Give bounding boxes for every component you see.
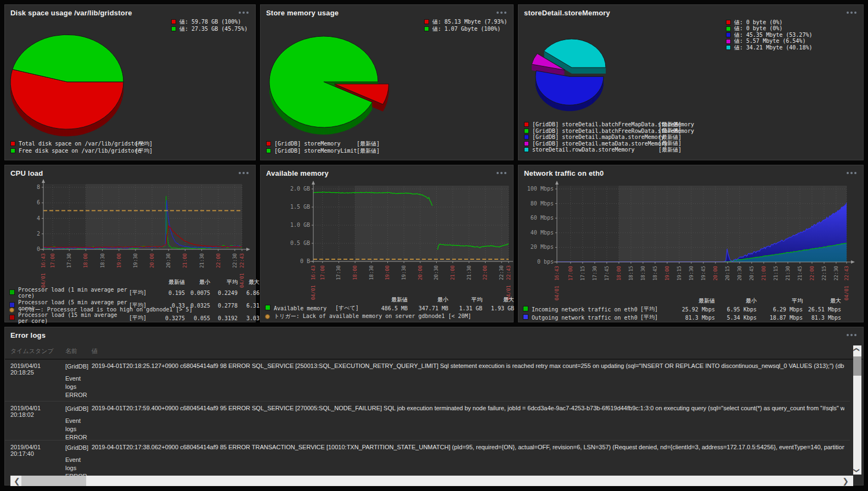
series-legend-function: [平均] bbox=[135, 147, 153, 155]
x-tick-label: 20:45 bbox=[749, 266, 754, 281]
stats-header: 最小 bbox=[408, 296, 448, 304]
x-tick-label: 20:30 bbox=[433, 265, 439, 280]
y-tick-label: 100 Mbps bbox=[527, 186, 554, 192]
x-tick-label: 17:15 bbox=[580, 266, 585, 281]
vertical-scrollbar[interactable]: ❮ ❯ bbox=[853, 345, 861, 475]
trigger-label: トリガー: Processor load is too high on gdbn… bbox=[18, 306, 193, 314]
series-legend-label: [GridDB] storeMemoryLimit bbox=[274, 148, 357, 154]
stats-header: 最大 bbox=[238, 278, 260, 286]
trigger-row: トリガー: Lack of available memory on server… bbox=[265, 313, 471, 320]
x-tick-label: 22:15 bbox=[821, 266, 827, 281]
log-value: 2019-04-01T20:17:38.062+0900 c68045414af… bbox=[92, 444, 844, 450]
stats-value: 1.93 GB bbox=[482, 305, 514, 311]
legend-color-swatch bbox=[10, 148, 15, 153]
x-tick-label: 22:00 bbox=[482, 265, 488, 280]
y-axis-arrow-icon bbox=[42, 179, 45, 183]
scroll-up-icon[interactable]: ❮ bbox=[854, 347, 860, 352]
legend-swatch-cell bbox=[9, 315, 18, 321]
log-timestamp: 2019/04/01 20:17:40 bbox=[10, 444, 65, 457]
x-tick-label: 18:30 bbox=[100, 253, 105, 268]
series-legend-row: [GridDB] storeDetail.batchFreeMapData.st… bbox=[524, 121, 681, 128]
stats-value: 486.5 MB bbox=[365, 305, 408, 311]
legend-color-swatch bbox=[9, 289, 15, 295]
y-tick-label: 60 Mbps bbox=[531, 215, 554, 221]
y-tick-label: 2 bbox=[37, 231, 40, 237]
stats-series-function: [平均] bbox=[640, 314, 667, 321]
legend-color-swatch bbox=[524, 129, 529, 133]
stats-header: 最新値 bbox=[153, 278, 185, 286]
legend-color-swatch bbox=[523, 314, 528, 320]
x-tick-label: 22:43 bbox=[239, 253, 245, 268]
stats-header: 最大 bbox=[803, 297, 841, 305]
vertical-scrollbar-thumb[interactable] bbox=[853, 356, 861, 376]
panel-store-memory-usage: Store memory usage 値: 85.13 Mbyte (7.93%… bbox=[260, 4, 514, 160]
legend-color-swatch bbox=[726, 32, 731, 37]
y-tick-label: 0 B bbox=[300, 258, 310, 264]
x-tick-label: 20:30 bbox=[166, 253, 171, 268]
y-axis-arrow-icon bbox=[312, 181, 315, 185]
y-tick-label: 2.0 GB bbox=[290, 186, 310, 192]
stats-value: 0.3275 bbox=[153, 315, 185, 321]
stats-series-label: Incoming network traffic on eth0 bbox=[532, 306, 640, 313]
series-legend-function: [最新値] bbox=[658, 146, 681, 154]
x-tick-label: 22:30 bbox=[499, 265, 504, 280]
x-tick-label: 21:45 bbox=[797, 266, 803, 281]
legend-color-swatch bbox=[9, 315, 15, 320]
x-tick-label: 22:30 bbox=[232, 253, 238, 268]
legend-color-swatch bbox=[726, 39, 731, 44]
x-tick-label: 19:00 bbox=[385, 265, 390, 280]
trigger-icon bbox=[9, 308, 14, 313]
stats-series-label: Processor load (1 min average per core) bbox=[18, 287, 129, 299]
x-tick-label: 19:30 bbox=[401, 265, 407, 280]
value-legend-text: 値: 27.35 GB (45.75%) bbox=[179, 25, 247, 33]
horizontal-scrollbar[interactable]: ❮ ❯ bbox=[10, 476, 853, 486]
value-legend-text: 値: 34.21 Mbyte (40.18%) bbox=[734, 44, 812, 52]
graph-stats-table: 最新値最小平均最大Incoming network traffic on eth… bbox=[523, 297, 841, 321]
scroll-down-icon[interactable]: ❯ bbox=[854, 468, 860, 473]
legend-color-swatch bbox=[424, 26, 429, 31]
row-separator bbox=[5, 440, 850, 440]
y-tick-label: 40 Mbps bbox=[531, 230, 554, 236]
log-value: 2019-04-01T20:17:59.400+0900 c68045414af… bbox=[92, 405, 844, 411]
stats-header: 最小 bbox=[715, 297, 757, 305]
y-tick-label: 6 bbox=[37, 199, 40, 205]
panel-error-logs: Error logs タイムスタンプ 名前 値 2019/04/01 20:18… bbox=[4, 327, 864, 486]
x-tick-label: 17:45 bbox=[604, 266, 610, 281]
pie-series-legend: [GridDB] storeMemory[最新値][GridDB] storeM… bbox=[266, 140, 380, 154]
panel-menu-ellipsis-icon[interactable] bbox=[847, 334, 856, 336]
x-tick-label: 16:43 bbox=[41, 253, 46, 268]
legend-color-swatch bbox=[524, 122, 529, 127]
graph-stats-table: 最新値最小平均最大Processor load (1 min average p… bbox=[9, 278, 260, 324]
series-legend-label: storeDetail.rowData.storeMemory bbox=[532, 147, 658, 153]
scroll-left-icon[interactable]: ❮ bbox=[14, 477, 20, 485]
value-legend-text: 値: 59.78 GB (100%) bbox=[179, 18, 241, 26]
series-legend-label: Free disk space on /var/lib/gridstore bbox=[19, 148, 135, 154]
x-tick-label: 18:30 bbox=[369, 265, 374, 280]
stats-value: 1.31 GB bbox=[448, 305, 482, 311]
x-tick-label: 18:00 bbox=[83, 253, 88, 268]
x-tick-label: 22:30 bbox=[833, 266, 839, 281]
log-name: [GridDB]EventlogsERROR bbox=[65, 444, 91, 481]
legend-swatch-cell bbox=[523, 314, 532, 321]
x-tick-label: 20:15 bbox=[725, 266, 730, 281]
pie-value-legend: 値: 59.78 GB (100%)値: 27.35 GB (45.75%) bbox=[171, 18, 247, 32]
scroll-right-icon[interactable]: ❯ bbox=[842, 477, 849, 485]
log-name: [GridDB]EventlogsERROR bbox=[65, 362, 91, 399]
row-separator bbox=[5, 401, 850, 401]
y-tick-label: 0 bbox=[37, 246, 40, 252]
series-legend-row: [GridDB] storeDetail.metaData.storeMemor… bbox=[524, 141, 681, 147]
trigger-label: トリガー: Lack of available memory on server… bbox=[274, 313, 471, 320]
stats-header: 平均 bbox=[757, 297, 803, 305]
value-legend-row: 値: 27.35 GB (45.75%) bbox=[171, 25, 247, 32]
x-tick-label: 19:45 bbox=[701, 266, 706, 281]
pie-value-legend: 値: 0 byte (0%)値: 0 byte (0%)値: 45.35 Mby… bbox=[726, 19, 812, 51]
x-tick-label: 20:00 bbox=[418, 265, 423, 280]
x-axis-arrow-icon bbox=[851, 260, 855, 264]
x-tick-label: 18:00 bbox=[352, 265, 358, 280]
stats-header: 平均 bbox=[448, 296, 482, 304]
y-tick-label: 80 Mbps bbox=[531, 200, 554, 207]
legend-color-swatch bbox=[524, 147, 529, 152]
plot-shade-region bbox=[86, 184, 242, 249]
y-tick-label: 20 Mbps bbox=[531, 244, 554, 250]
horizontal-scrollbar-thumb[interactable] bbox=[21, 476, 86, 486]
